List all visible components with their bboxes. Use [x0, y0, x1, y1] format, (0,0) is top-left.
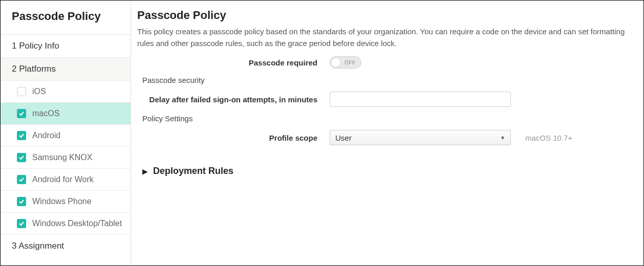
platform-label: Windows Desktop/Tablet	[32, 219, 122, 228]
select-value: User	[335, 134, 352, 142]
platform-label: Samsung KNOX	[32, 153, 92, 162]
profile-scope-hint: macOS 10.7+	[525, 134, 572, 142]
main-content: Passcode Policy This policy creates a pa…	[131, 1, 643, 265]
step-platforms[interactable]: 2 Platforms	[1, 58, 131, 81]
step-assignment[interactable]: 3 Assignment	[1, 235, 131, 257]
step-policy-info[interactable]: 1 Policy Info	[1, 35, 131, 58]
caret-right-icon: ▶	[142, 167, 148, 175]
platform-label: macOS	[32, 109, 59, 118]
checkbox-checked-icon[interactable]	[17, 175, 26, 184]
chevron-down-icon: ▼	[500, 135, 505, 141]
toggle-knob-icon	[331, 57, 341, 68]
row-profile-scope: Profile scope User ▼ macOS 10.7+	[135, 130, 631, 145]
passcode-required-label: Passcode required	[135, 58, 330, 67]
toggle-text: OFF	[345, 60, 356, 65]
platform-label: iOS	[32, 87, 46, 96]
deployment-rules-toggle[interactable]: ▶ Deployment Rules	[142, 166, 631, 176]
delay-label: Delay after failed sign-on attempts, in …	[135, 95, 330, 104]
platform-label: Windows Phone	[32, 197, 92, 206]
deployment-rules-title: Deployment Rules	[153, 166, 233, 176]
platform-item-samsung-knox[interactable]: Samsung KNOX	[1, 147, 131, 169]
checkbox-checked-icon[interactable]	[17, 131, 26, 140]
row-passcode-required: Passcode required OFF	[135, 56, 631, 69]
platform-item-windows-desktop-tablet[interactable]: Windows Desktop/Tablet	[1, 213, 131, 235]
section-policy-settings: Policy Settings	[142, 114, 631, 123]
profile-scope-select[interactable]: User ▼	[330, 130, 511, 145]
checkbox-unchecked-icon[interactable]	[17, 87, 26, 96]
platform-item-android[interactable]: Android	[1, 125, 131, 147]
page-description: This policy creates a passcode policy ba…	[135, 26, 631, 49]
delay-input[interactable]	[330, 92, 511, 107]
platform-label: Android	[32, 131, 60, 140]
checkbox-checked-icon[interactable]	[17, 153, 26, 162]
section-passcode-security: Passcode security	[142, 76, 631, 84]
platform-item-android-for-work[interactable]: Android for Work	[1, 169, 131, 191]
sidebar-title: Passcode Policy	[1, 1, 131, 35]
checkbox-checked-icon[interactable]	[17, 197, 26, 206]
checkbox-checked-icon[interactable]	[17, 109, 26, 118]
profile-scope-label: Profile scope	[135, 134, 330, 142]
platform-item-windows-phone[interactable]: Windows Phone	[1, 191, 131, 213]
page-title: Passcode Policy	[135, 9, 631, 22]
row-delay: Delay after failed sign-on attempts, in …	[135, 92, 631, 107]
platform-item-macos[interactable]: macOS	[1, 103, 131, 125]
passcode-required-toggle[interactable]: OFF	[330, 56, 361, 69]
platform-item-ios[interactable]: iOS	[1, 81, 131, 103]
platform-label: Android for Work	[32, 175, 94, 184]
checkbox-checked-icon[interactable]	[17, 219, 26, 228]
sidebar: Passcode Policy 1 Policy Info 2 Platform…	[1, 1, 131, 265]
